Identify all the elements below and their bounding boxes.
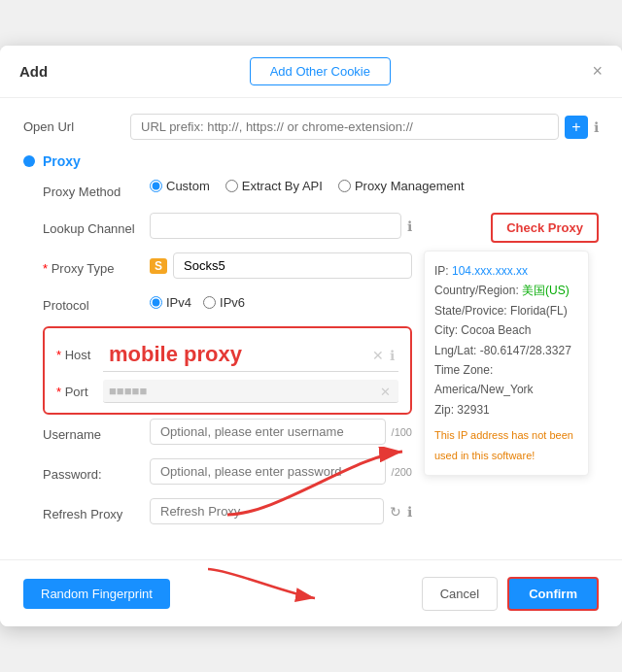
open-url-info-icon: ℹ: [594, 119, 599, 135]
zip-label: Zip:: [434, 403, 454, 417]
lookup-channel-select-wrap: [150, 213, 401, 239]
confirm-button[interactable]: Confirm: [507, 577, 599, 611]
lookup-channel-info-icon: ℹ: [407, 218, 412, 234]
country-label: Country/Region:: [434, 284, 519, 297]
refresh-proxy-label: Refresh Proxy: [43, 501, 150, 521]
proxy-info-ip: IP: 104.xxx.xxx.xx: [434, 261, 578, 281]
proxy-type-select[interactable]: Socks5: [173, 252, 412, 279]
proxy-info-lnglat: Lng/Lat: -80.6147/28.3327: [434, 341, 578, 360]
lnglat-label: Lng/Lat:: [434, 344, 476, 357]
proxy-info-city: City: Cocoa Beach: [434, 320, 578, 340]
port-row: Port ✕: [56, 380, 398, 403]
proxy-method-custom[interactable]: Custom: [150, 179, 210, 193]
tab-bar: Add Other Cookie: [250, 57, 391, 85]
open-url-add-button[interactable]: +: [565, 116, 588, 139]
timezone-label: Time Zone:: [434, 363, 493, 377]
open-url-input[interactable]: [130, 114, 559, 140]
proxy-info-state: State/Provice: Florida(FL): [434, 301, 578, 320]
open-url-content: + ℹ: [130, 114, 599, 140]
proxy-section: Proxy Proxy Method Custom Extract By API: [43, 153, 599, 538]
add-modal: Add Add Other Cookie × Open Url + ℹ Prox…: [0, 46, 622, 626]
open-url-label: Open Url: [23, 114, 130, 134]
cancel-button[interactable]: Cancel: [422, 577, 498, 611]
password-input[interactable]: [150, 458, 386, 485]
username-label: Username: [43, 421, 150, 442]
port-input-wrap: ✕: [103, 380, 398, 403]
protocol-label: Protocol: [43, 292, 150, 313]
lookup-channel-select[interactable]: [150, 213, 401, 239]
refresh-info-icon: ℹ: [407, 504, 412, 520]
password-max: /200: [392, 466, 412, 478]
state-value: Florida(FL): [510, 304, 568, 318]
footer-arrow: [170, 574, 422, 613]
lookup-channel-content: ℹ: [150, 213, 412, 239]
modal-footer: Random Fingerprint Cancel Confirm: [0, 559, 622, 626]
password-content: /200: [150, 458, 412, 485]
proxy-info-warning: This IP address has not been used in thi…: [434, 425, 578, 465]
protocol-options: IPv4 IPv6: [150, 295, 245, 310]
refresh-proxy-row: Refresh Proxy ↻ ℹ: [43, 498, 412, 524]
footer-red-arrow-svg: [189, 564, 325, 613]
right-panel: Check Proxy IP: 104.xxx.xxx.xx Country/R…: [424, 213, 599, 538]
host-port-box: Host ✕ ℹ: [43, 326, 412, 415]
proxy-info-timezone: Time Zone: America/New_York: [434, 360, 578, 400]
form-section: Lookup Channel ℹ: [43, 213, 412, 538]
password-label: Password:: [43, 461, 150, 482]
open-url-row: Open Url + ℹ: [23, 114, 599, 140]
port-clear-icon[interactable]: ✕: [380, 385, 391, 399]
refresh-proxy-content: ↻ ℹ: [150, 498, 412, 524]
proxy-method-row: Proxy Method Custom Extract By API Pr: [43, 179, 599, 199]
lookup-channel-row: Lookup Channel ℹ: [43, 213, 412, 239]
check-proxy-button[interactable]: Check Proxy: [491, 213, 599, 243]
state-label: State/Provice:: [434, 304, 507, 318]
username-max: /100: [392, 426, 412, 438]
host-label: Host: [56, 348, 95, 362]
host-input[interactable]: [103, 338, 398, 372]
username-row: Username /100: [43, 419, 412, 445]
username-content: /100: [150, 419, 412, 445]
country-value: 美国(US): [522, 284, 570, 297]
refresh-proxy-input[interactable]: [150, 498, 384, 524]
socks5-badge: S: [150, 258, 167, 274]
proxy-method-management[interactable]: Proxy Management: [338, 179, 465, 193]
zip-value: 32931: [457, 403, 489, 417]
host-input-wrap: ✕ ℹ: [103, 338, 398, 372]
proxy-type-content: S Socks5: [150, 252, 412, 279]
ip-value: 104.xxx.xxx.xx: [452, 264, 528, 278]
proxy-section-title: Proxy: [43, 153, 599, 169]
proxy-info-panel: IP: 104.xxx.xxx.xx Country/Region: 美国(US…: [424, 251, 589, 476]
ip-label: IP:: [434, 264, 449, 278]
protocol-ipv6[interactable]: IPv6: [203, 295, 245, 310]
password-row: Password: /200: [43, 458, 412, 485]
add-other-cookie-tab[interactable]: Add Other Cookie: [250, 57, 391, 85]
username-input[interactable]: [150, 419, 386, 445]
proxy-type-row: Proxy Type S Socks5: [43, 252, 412, 279]
protocol-ipv4[interactable]: IPv4: [150, 295, 191, 310]
warning-text: This IP address has not been used in thi…: [434, 429, 573, 460]
modal-title: Add: [19, 63, 48, 80]
port-label: Port: [56, 385, 95, 399]
city-label: City:: [434, 323, 458, 337]
lookup-channel-label: Lookup Channel: [43, 216, 150, 236]
host-icons: ✕ ℹ: [372, 348, 395, 363]
proxy-method-extract-api[interactable]: Extract By API: [225, 179, 323, 193]
timezone-value: America/New_York: [434, 383, 534, 396]
proxy-type-label: Proxy Type: [43, 255, 150, 276]
port-input[interactable]: [103, 380, 398, 403]
host-info-button[interactable]: ℹ: [390, 348, 395, 363]
city-value: Cocoa Beach: [461, 323, 531, 337]
proxy-indicator-dot: [23, 155, 35, 167]
footer-right: Cancel Confirm: [422, 577, 599, 611]
modal-header: Add Add Other Cookie ×: [0, 46, 622, 98]
protocol-content: IPv4 IPv6: [150, 295, 412, 310]
refresh-icon[interactable]: ↻: [390, 504, 401, 520]
modal-body: Open Url + ℹ Proxy Proxy Method: [0, 98, 622, 559]
proxy-method-content: Custom Extract By API Proxy Management: [150, 179, 599, 193]
lnglat-value: -80.6147/28.3327: [480, 344, 571, 357]
close-button[interactable]: ×: [592, 61, 603, 82]
random-fingerprint-button[interactable]: Random Fingerprint: [23, 579, 170, 609]
host-row: Host ✕ ℹ: [56, 338, 398, 372]
host-clear-button[interactable]: ✕: [372, 348, 384, 363]
protocol-row: Protocol IPv4 IPv6: [43, 292, 412, 313]
proxy-info-country: Country/Region: 美国(US): [434, 281, 578, 300]
